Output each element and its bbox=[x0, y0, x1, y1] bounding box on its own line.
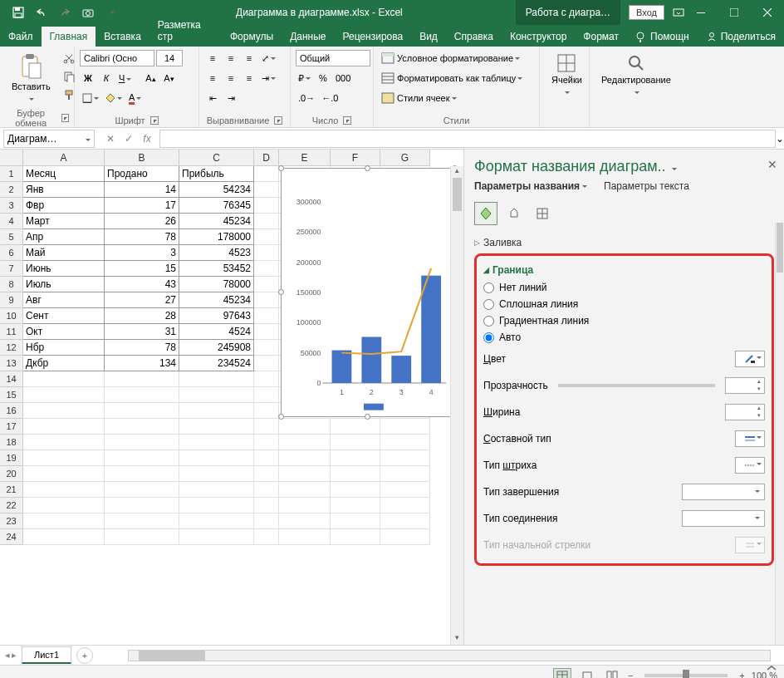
maximize-button[interactable] bbox=[718, 0, 751, 25]
borders-button[interactable] bbox=[80, 90, 101, 106]
font-color-button[interactable]: A bbox=[126, 90, 144, 106]
format-as-table[interactable]: Форматировать как таблицу bbox=[379, 70, 534, 86]
normal-view-icon[interactable] bbox=[553, 668, 571, 679]
name-box[interactable]: Диаграм… bbox=[3, 130, 95, 148]
decrease-indent-icon[interactable]: ⇤ bbox=[204, 90, 221, 106]
cells-button[interactable]: Ячейки bbox=[545, 50, 589, 100]
tab-home[interactable]: Главная bbox=[42, 27, 96, 47]
align-top-icon[interactable]: ≡ bbox=[204, 50, 221, 66]
section-fill[interactable]: ▷Заливка bbox=[474, 233, 774, 252]
font-dialog[interactable] bbox=[150, 116, 159, 125]
join-type[interactable] bbox=[682, 510, 765, 527]
color-picker[interactable] bbox=[735, 351, 765, 367]
percent-icon[interactable]: % bbox=[315, 70, 331, 86]
tab-view[interactable]: Вид bbox=[411, 27, 446, 47]
ribbon-options-icon[interactable] bbox=[673, 8, 684, 17]
font-name[interactable]: Calibri (Осно bbox=[80, 50, 154, 66]
radio-solid-line[interactable]: Сплошная линия bbox=[483, 296, 765, 312]
col-d[interactable]: D bbox=[254, 150, 279, 166]
formula-input[interactable] bbox=[159, 130, 776, 148]
tab-help[interactable]: Справка bbox=[446, 27, 502, 47]
align-dialog[interactable] bbox=[274, 116, 282, 125]
tab-review[interactable]: Рецензирова bbox=[334, 27, 411, 47]
align-right-icon[interactable]: ≡ bbox=[241, 70, 257, 86]
tab-design[interactable]: Конструктор bbox=[502, 27, 575, 47]
clipboard-dialog[interactable] bbox=[61, 114, 69, 122]
align-left-icon[interactable]: ≡ bbox=[204, 70, 221, 86]
editing-button[interactable]: Редактирование bbox=[595, 50, 678, 100]
horizontal-scrollbar[interactable] bbox=[128, 650, 771, 661]
zoom-slider[interactable] bbox=[644, 674, 728, 677]
fx-icon[interactable]: fx bbox=[138, 130, 156, 148]
sheet-nav-first[interactable]: ◂ bbox=[5, 650, 10, 661]
zoom-out-button[interactable]: − bbox=[628, 671, 633, 679]
radio-no-line[interactable]: Нет линий bbox=[483, 279, 765, 296]
new-sheet-button[interactable]: + bbox=[76, 647, 93, 664]
decrease-font-icon[interactable]: A▾ bbox=[160, 70, 177, 86]
select-all[interactable] bbox=[0, 150, 23, 166]
page-layout-view-icon[interactable] bbox=[578, 668, 596, 679]
cancel-formula-icon[interactable]: ✕ bbox=[101, 130, 120, 148]
close-button[interactable] bbox=[751, 0, 784, 25]
effects-icon[interactable] bbox=[502, 202, 526, 225]
currency-icon[interactable]: ₽ bbox=[296, 70, 313, 86]
login-button[interactable]: Вход bbox=[629, 5, 664, 20]
decrease-decimal-icon[interactable]: ←.0 bbox=[319, 90, 341, 106]
size-properties-icon[interactable] bbox=[531, 202, 554, 225]
radio-gradient-line[interactable]: Градиентная линия bbox=[483, 312, 765, 329]
font-size[interactable]: 14 bbox=[156, 50, 183, 66]
vertical-scrollbar[interactable]: ▴ ▾ bbox=[450, 166, 463, 645]
expand-formula-icon[interactable]: ⌄ bbox=[776, 133, 784, 145]
sheet-tab-1[interactable]: Лист1 bbox=[22, 646, 71, 664]
tab-insert[interactable]: Вставка bbox=[96, 27, 149, 47]
align-center-icon[interactable]: ≡ bbox=[223, 70, 239, 86]
minimize-button[interactable] bbox=[684, 0, 718, 25]
underline-button[interactable]: Ч bbox=[116, 70, 134, 86]
qat-customize[interactable] bbox=[100, 1, 123, 24]
dash-type[interactable] bbox=[735, 457, 765, 474]
pane-tab-text-options[interactable]: Параметры текста bbox=[604, 180, 689, 195]
col-c[interactable]: C bbox=[179, 150, 254, 166]
camera-icon[interactable] bbox=[76, 1, 100, 24]
col-g[interactable]: G bbox=[380, 150, 430, 166]
align-bottom-icon[interactable]: ≡ bbox=[241, 50, 257, 66]
width-spin[interactable]: ▴▾ bbox=[725, 404, 765, 420]
tab-pagelayout[interactable]: Разметка стр bbox=[149, 15, 222, 47]
align-middle-icon[interactable]: ≡ bbox=[223, 50, 239, 66]
col-f[interactable]: F bbox=[331, 150, 380, 166]
pane-tab-title-options[interactable]: Параметры названия bbox=[474, 180, 587, 195]
compound-type[interactable] bbox=[735, 430, 765, 447]
increase-font-icon[interactable]: A▴ bbox=[142, 70, 159, 86]
col-e[interactable]: E bbox=[279, 150, 331, 166]
zoom-in-button[interactable]: + bbox=[739, 671, 744, 679]
orientation-icon[interactable]: ⤢ bbox=[259, 50, 278, 66]
collapse-ribbon-icon[interactable] bbox=[766, 665, 781, 676]
radio-auto[interactable]: Авто bbox=[483, 329, 765, 346]
tab-formulas[interactable]: Формулы bbox=[222, 27, 282, 47]
increase-decimal-icon[interactable]: .0→ bbox=[296, 90, 317, 106]
italic-button[interactable]: К bbox=[98, 70, 115, 86]
save-icon[interactable] bbox=[7, 1, 30, 24]
tell-me[interactable]: Помощн bbox=[627, 27, 698, 47]
fill-line-icon[interactable] bbox=[474, 202, 497, 225]
section-border[interactable]: ◢Граница bbox=[483, 261, 765, 279]
tab-file[interactable]: Файл bbox=[0, 27, 42, 47]
transparency-spin[interactable]: ▴▾ bbox=[725, 377, 765, 394]
undo-icon[interactable] bbox=[30, 1, 53, 24]
cap-type[interactable] bbox=[682, 484, 765, 500]
tab-format[interactable]: Формат bbox=[575, 27, 627, 47]
cell-styles[interactable]: Стили ячеек bbox=[379, 90, 534, 106]
tab-data[interactable]: Данные bbox=[282, 27, 334, 47]
pane-scrollbar[interactable] bbox=[775, 223, 784, 645]
chart-object[interactable]: 050000100000150000200000250000300000 123… bbox=[281, 168, 455, 417]
share-button[interactable]: Поделиться bbox=[698, 27, 784, 47]
bold-button[interactable]: Ж bbox=[80, 70, 96, 86]
col-b[interactable]: B bbox=[105, 150, 179, 166]
comma-icon[interactable]: 000 bbox=[333, 70, 353, 86]
transparency-slider[interactable] bbox=[558, 384, 715, 387]
sheet-nav-prev[interactable]: ▸ bbox=[12, 650, 17, 661]
merge-icon[interactable]: ⇥ bbox=[259, 70, 278, 86]
pane-close-icon[interactable]: ✕ bbox=[767, 158, 777, 171]
fill-color-button[interactable] bbox=[103, 90, 125, 106]
redo-icon[interactable] bbox=[53, 1, 76, 24]
